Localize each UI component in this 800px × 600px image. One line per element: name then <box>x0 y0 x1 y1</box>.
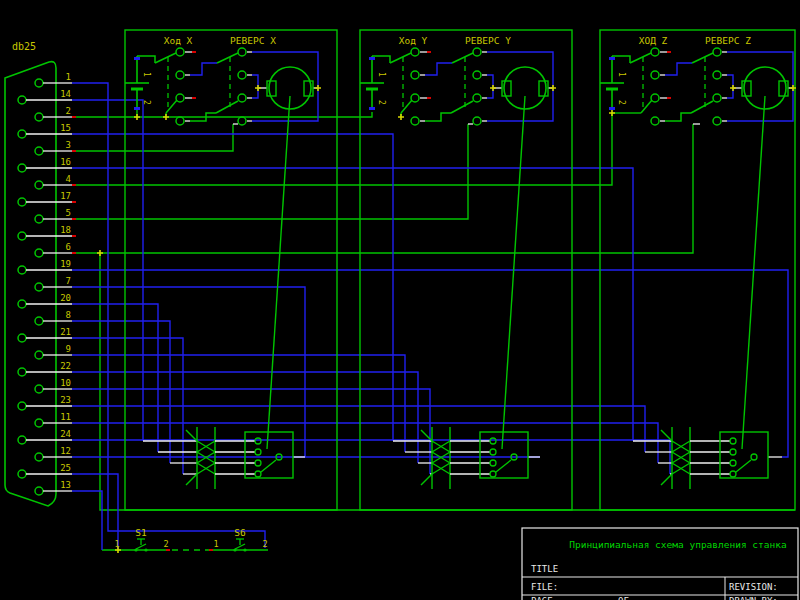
wire <box>496 460 511 472</box>
db25-pin[interactable]: 4 <box>35 174 72 189</box>
switch-contact <box>238 48 246 56</box>
selector-contact <box>490 449 496 455</box>
wire <box>155 53 176 63</box>
wire <box>72 112 372 117</box>
reverse-switch[interactable] <box>665 48 793 125</box>
db25-connector[interactable]: db25 11421531641751861972082192210231124… <box>5 41 72 506</box>
db25-pin[interactable]: 1 <box>35 72 72 87</box>
battery-terminal-label: 2 <box>377 100 386 105</box>
db25-pin[interactable]: 25 <box>18 463 72 478</box>
db25-pin[interactable]: 22 <box>18 361 72 376</box>
db25-pin[interactable]: 18 <box>18 225 72 240</box>
db25-pin[interactable]: 10 <box>35 378 72 393</box>
reverse-switch[interactable] <box>425 48 553 125</box>
selector-contact <box>730 449 736 455</box>
db25-pin[interactable]: 20 <box>18 293 72 308</box>
db25-pin[interactable]: 23 <box>18 395 72 410</box>
db25-label: db25 <box>12 41 36 52</box>
switch-contact <box>651 71 659 79</box>
motor[interactable] <box>730 67 796 449</box>
db25-pin[interactable]: 17 <box>18 191 72 206</box>
drawn-by-label: DRAWN BY: <box>729 596 778 600</box>
wire <box>216 101 238 113</box>
pin-number: 7 <box>66 276 71 286</box>
battery[interactable]: 12 <box>360 56 386 110</box>
db25-pin[interactable]: 16 <box>18 157 72 172</box>
white-wires <box>143 124 782 474</box>
db25-pin[interactable]: 2 <box>35 106 72 121</box>
pin-number: 22 <box>60 361 71 371</box>
switch-contact <box>473 48 481 56</box>
motor[interactable] <box>490 67 556 449</box>
junction-dot <box>255 85 261 91</box>
junction-dot <box>490 85 496 91</box>
db25-pin[interactable]: 3 <box>35 140 72 155</box>
rotary-selector-switch[interactable] <box>245 432 293 478</box>
pin-contact <box>35 113 43 121</box>
pin-number: 3 <box>66 140 71 150</box>
switch-contact <box>713 117 721 125</box>
switch-contact <box>176 48 184 56</box>
pin-number: 5 <box>66 208 71 218</box>
wire <box>267 96 290 449</box>
selector-box <box>245 432 293 478</box>
pin-contact <box>35 215 43 223</box>
switch-contact <box>713 94 721 102</box>
db25-pin[interactable]: 21 <box>18 327 72 342</box>
junction-dot <box>163 114 169 120</box>
wire <box>452 53 473 63</box>
db25-pin[interactable]: 8 <box>35 310 72 325</box>
wire <box>665 63 692 75</box>
battery-terminal-mark <box>134 57 140 60</box>
rotary-selector-switch[interactable] <box>720 432 768 478</box>
db25-pin[interactable]: 12 <box>35 446 72 461</box>
db25-pin[interactable]: 11 <box>35 412 72 427</box>
db25-pin[interactable]: 5 <box>35 208 72 223</box>
battery-terminal-label: 2 <box>142 100 151 105</box>
wire <box>390 53 411 63</box>
junction-dot <box>550 85 556 91</box>
db25-pin[interactable]: 14 <box>18 89 72 104</box>
pin-contact <box>18 198 26 206</box>
pin-contact <box>18 402 26 410</box>
db25-pin[interactable]: 24 <box>18 429 72 444</box>
junction-dots <box>97 110 615 553</box>
db25-pin[interactable]: 15 <box>18 123 72 138</box>
block-internals: ХОД ZРЕВЕРС Z12 <box>600 35 796 489</box>
rotary-selector-switch[interactable] <box>480 432 528 478</box>
switch-contact <box>651 117 659 125</box>
wire <box>186 474 197 485</box>
pin-number: 1 <box>66 72 71 82</box>
db25-pin[interactable]: 9 <box>35 344 72 359</box>
switch-contact <box>473 94 481 102</box>
switch-contact <box>238 94 246 102</box>
pin-number: 16 <box>60 157 71 167</box>
db25-pin[interactable]: 19 <box>18 259 72 274</box>
pin-contact <box>18 334 26 342</box>
pin-contact <box>18 266 26 274</box>
travel-switch-label: Ход Y <box>399 35 428 46</box>
battery[interactable]: 12 <box>600 56 626 110</box>
db25-pin[interactable]: 6 <box>35 242 72 257</box>
db25-pin[interactable]: 7 <box>35 276 72 291</box>
switch-contact <box>411 48 419 56</box>
switch-contact <box>411 71 419 79</box>
motor[interactable] <box>255 67 321 449</box>
junction-dot <box>398 114 404 120</box>
reverse-switch[interactable] <box>190 48 318 125</box>
block-internals: Ход XРЕВЕРС X12 <box>125 35 321 489</box>
battery[interactable]: 12 <box>125 56 151 110</box>
selector-contact <box>255 471 261 477</box>
switch-contact <box>176 117 184 125</box>
selector-contact <box>255 449 261 455</box>
db25-pin[interactable]: 13 <box>35 480 72 495</box>
switch-contact <box>713 48 721 56</box>
selector-contact <box>751 454 757 460</box>
wire <box>261 460 276 472</box>
wire <box>630 53 651 63</box>
title-label: TITLE <box>531 564 558 574</box>
pin-contact <box>18 470 26 478</box>
battery-terminal-mark <box>609 57 615 60</box>
switch-contact <box>243 548 246 551</box>
pin-number: 15 <box>60 123 71 133</box>
